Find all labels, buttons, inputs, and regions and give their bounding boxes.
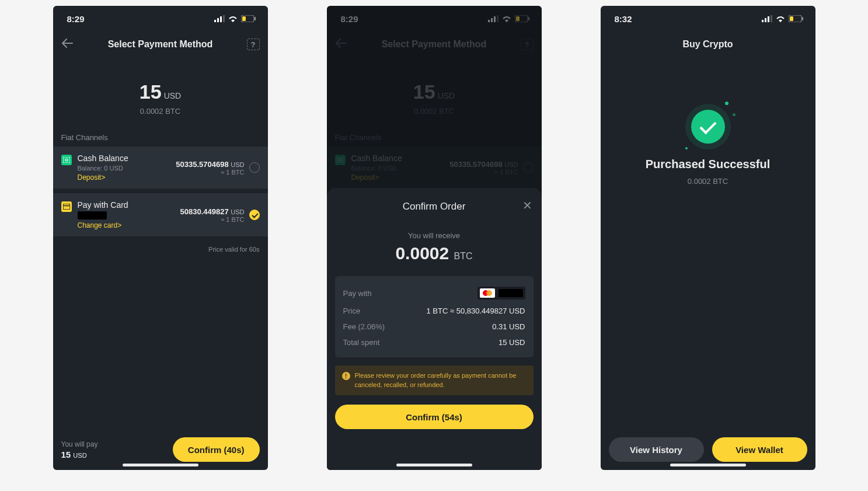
back-button[interactable] <box>335 39 347 50</box>
crypto-equivalent: 0.0002 BTC <box>53 107 268 116</box>
home-indicator[interactable] <box>396 464 472 466</box>
price-value: 1 BTC ≈ 50,830.449827 USD <box>426 307 525 315</box>
status-time: 8:29 <box>341 14 358 24</box>
status-time: 8:32 <box>615 14 632 24</box>
svg-rect-2 <box>220 16 222 22</box>
status-time: 8:29 <box>67 14 85 24</box>
svg-rect-20 <box>762 20 764 22</box>
battery-icon <box>515 15 530 22</box>
you-will-pay-label: You will pay <box>61 440 166 448</box>
fee-label: Fee (2.06%) <box>343 322 385 331</box>
cellular-icon <box>488 15 499 22</box>
fiat-amount: 15USD <box>327 81 542 103</box>
cash-title: Cash Balance <box>78 154 170 163</box>
amount-block: 15USD 0.0002 BTC <box>53 57 268 127</box>
header-title: Select Payment Method <box>108 39 213 50</box>
help-button[interactable]: ? <box>521 39 534 50</box>
svg-rect-12 <box>491 18 493 22</box>
svg-point-8 <box>65 159 68 161</box>
crypto-equivalent: 0.0002 BTC <box>327 107 542 116</box>
svg-rect-9 <box>63 204 70 210</box>
svg-rect-6 <box>242 16 246 21</box>
change-card-link[interactable]: Change card> <box>78 221 175 229</box>
wifi-icon <box>502 15 511 22</box>
cash-icon <box>335 155 346 165</box>
svg-rect-21 <box>765 18 766 22</box>
fiat-amount: 15USD <box>53 81 268 103</box>
receive-amount: 0.0002 BTC <box>335 243 534 263</box>
screen-select-payment: 8:29 Select Payment Method ? 15USD 0.000… <box>53 6 268 470</box>
svg-rect-25 <box>802 17 803 20</box>
card-title: Pay with Card <box>78 200 175 210</box>
screen-header: Select Payment Method ? <box>53 32 268 57</box>
pay-with-card <box>477 287 525 300</box>
total-value: 15 USD <box>499 338 525 347</box>
wifi-icon <box>228 15 238 22</box>
sheet-title: Confirm Order <box>403 201 466 212</box>
card-icon <box>61 201 72 212</box>
warning-text: Please review your order carefully as pa… <box>355 371 527 389</box>
header-title: Buy Crypto <box>682 39 733 50</box>
header-title: Select Payment Method <box>382 39 487 50</box>
amount-block: 15USD 0.0002 BTC <box>327 57 542 127</box>
payment-option-cash[interactable]: Cash Balance Balance: 0 USD Deposit> 503… <box>53 147 268 193</box>
order-details: Pay with Price 1 BTC ≈ 50,830.449827 USD… <box>335 276 534 357</box>
view-history-button[interactable]: View History <box>609 437 704 462</box>
home-indicator[interactable] <box>123 464 198 466</box>
success-block: Purchased Successful 0.0002 BTC <box>601 57 815 429</box>
close-button[interactable]: ✕ <box>522 199 532 213</box>
battery-icon <box>241 15 256 22</box>
card-rate: 50830.449827 USD <box>180 207 244 216</box>
card-approx: ≈ 1 BTC <box>180 216 244 223</box>
price-label: Price <box>343 307 361 315</box>
cellular-icon <box>762 15 772 22</box>
home-indicator[interactable] <box>670 464 746 466</box>
success-amount: 0.0002 BTC <box>688 177 728 186</box>
card-number-masked <box>499 289 523 297</box>
svg-rect-11 <box>488 20 490 22</box>
card-radio[interactable] <box>249 210 260 220</box>
svg-rect-13 <box>494 16 496 22</box>
svg-rect-0 <box>214 20 216 22</box>
svg-point-19 <box>339 159 341 161</box>
back-button[interactable] <box>61 39 73 50</box>
status-icons <box>488 15 530 22</box>
success-title: Purchased Successful <box>646 158 770 171</box>
svg-rect-16 <box>528 17 529 20</box>
screen-purchase-success: 8:32 Buy Crypto Purchased Successful 0.0… <box>601 6 815 470</box>
svg-rect-3 <box>223 15 225 22</box>
status-icons <box>214 15 256 22</box>
confirm-button[interactable]: Confirm (54s) <box>335 405 534 429</box>
status-bar: 8:32 <box>601 6 815 32</box>
help-button[interactable]: ? <box>247 39 260 50</box>
receive-label: You will receive <box>335 231 534 240</box>
svg-rect-14 <box>497 15 499 22</box>
confirm-button[interactable]: Confirm (40s) <box>173 437 260 462</box>
cash-balance: Balance: 0 USD <box>78 165 170 172</box>
wifi-icon <box>776 15 785 22</box>
cash-icon <box>61 155 72 165</box>
cash-approx: ≈ 1 BTC <box>176 169 244 176</box>
svg-rect-7 <box>63 157 70 163</box>
cash-radio[interactable] <box>249 162 260 173</box>
cash-radio <box>523 162 534 173</box>
screen-confirm-order: 8:29 Select Payment Method ? 15USD 0.000… <box>327 6 542 470</box>
confirm-order-sheet: Confirm Order ✕ You will receive 0.0002 … <box>327 188 542 470</box>
deposit-link[interactable]: Deposit> <box>78 173 170 182</box>
view-wallet-button[interactable]: View Wallet <box>712 437 807 462</box>
payment-option-card[interactable]: Pay with Card Change card> 50830.449827 … <box>53 193 268 241</box>
success-check-icon <box>691 110 725 144</box>
status-bar: 8:29 <box>327 6 542 32</box>
card-number-masked <box>78 211 107 220</box>
warning-banner: ! Please review your order carefully as … <box>335 365 534 395</box>
cellular-icon <box>214 15 225 22</box>
svg-rect-23 <box>771 15 772 22</box>
total-label: Total spent <box>343 338 380 347</box>
warning-icon: ! <box>342 372 350 380</box>
svg-rect-5 <box>255 17 256 20</box>
svg-rect-18 <box>337 157 344 163</box>
svg-rect-22 <box>768 16 769 22</box>
fee-value: 0.31 USD <box>492 322 525 331</box>
cash-rate: 50335.5704698 USD <box>176 160 244 169</box>
svg-rect-1 <box>217 18 219 22</box>
